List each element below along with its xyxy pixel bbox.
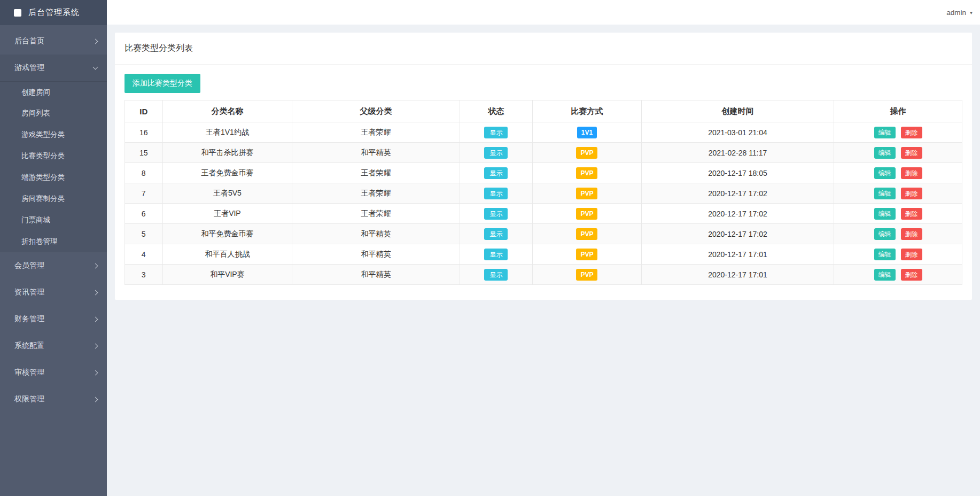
mode-badge: 1V1 [577, 127, 597, 138]
cell-parent: 和平精英 [292, 143, 460, 163]
edit-button[interactable]: 编辑 [874, 269, 896, 281]
sidebar-item[interactable]: 创建房间 [0, 81, 107, 103]
status-badge[interactable]: 显示 [484, 208, 508, 220]
status-badge[interactable]: 显示 [484, 147, 508, 159]
cell-created: 2020-12-17 17:02 [641, 204, 834, 224]
mode-badge: PVP [576, 249, 597, 260]
edit-button[interactable]: 编辑 [874, 188, 896, 199]
sidebar-item[interactable]: 系统配置 [0, 332, 107, 359]
sidebar-menu: 后台首页 游戏管理 创建房间 房间列表 游戏类型分类 比赛类型分类 端游类型分类… [0, 25, 107, 413]
cell-id: 3 [125, 265, 163, 285]
status-badge[interactable]: 显示 [484, 167, 508, 179]
table-row: 8 王者免费金币赛 王者荣耀 显示 PVP 2020-12-17 18:05 编… [125, 163, 962, 183]
mode-badge: PVP [576, 228, 597, 240]
cell-created: 2020-12-17 17:01 [641, 265, 834, 285]
mode-badge: PVP [576, 208, 597, 220]
cell-parent: 和平精英 [292, 265, 460, 285]
sidebar-item[interactable]: 后台首页 [0, 28, 107, 55]
sidebar-item-label: 资讯管理 [14, 288, 94, 297]
sidebar-item-label: 权限管理 [14, 394, 94, 404]
cell-parent: 王者荣耀 [292, 163, 460, 183]
cell-name: 王者5V5 [162, 183, 292, 204]
status-badge[interactable]: 显示 [484, 127, 508, 138]
cell-parent: 王者荣耀 [292, 183, 460, 204]
sidebar-item[interactable]: 会员管理 [0, 252, 107, 279]
caret-down-icon: ▾ [970, 10, 973, 15]
cell-parent: 王者荣耀 [292, 122, 460, 143]
delete-button[interactable]: 删除 [901, 188, 922, 199]
column-header: ID [125, 100, 163, 122]
delete-button[interactable]: 删除 [901, 249, 922, 260]
edit-button[interactable]: 编辑 [874, 249, 896, 260]
sidebar-item-label: 后台首页 [14, 36, 94, 46]
sidebar-item-label: 审核管理 [14, 368, 94, 377]
column-header: 比赛方式 [533, 100, 642, 122]
delete-button[interactable]: 删除 [901, 127, 922, 138]
chevron-down-icon [93, 65, 98, 70]
edit-button[interactable]: 编辑 [874, 167, 896, 179]
sidebar-item-label: 房间列表 [21, 108, 97, 118]
chevron-right-icon [93, 38, 98, 44]
cell-id: 5 [125, 224, 163, 244]
delete-button[interactable]: 删除 [901, 228, 922, 240]
edit-button[interactable]: 编辑 [874, 127, 896, 138]
cell-id: 16 [125, 122, 163, 143]
sidebar-item[interactable]: 端游类型分类 [0, 167, 107, 188]
edit-button[interactable]: 编辑 [874, 208, 896, 220]
sidebar: 后台管理系统 后台首页 游戏管理 创建房间 房间列表 游戏类型分类 比赛类型分类… [0, 0, 107, 496]
status-badge[interactable]: 显示 [484, 188, 508, 199]
delete-button[interactable]: 删除 [901, 269, 922, 281]
table-row: 4 和平百人挑战 和平精英 显示 PVP 2020-12-17 17:01 编辑… [125, 244, 962, 265]
sidebar-item[interactable]: 折扣卷管理 [0, 231, 107, 252]
delete-button[interactable]: 删除 [901, 167, 922, 179]
sidebar-item[interactable]: 门票商城 [0, 210, 107, 231]
add-category-button[interactable]: 添加比赛类型分类 [125, 74, 200, 93]
table-row: 15 和平击杀比拼赛 和平精英 显示 PVP 2021-02-28 11:17 … [125, 143, 962, 163]
cell-parent: 和平精英 [292, 224, 460, 244]
status-badge[interactable]: 显示 [484, 228, 508, 240]
sidebar-item-label: 折扣卷管理 [21, 237, 97, 246]
sidebar-item[interactable]: 资讯管理 [0, 279, 107, 306]
cell-parent: 王者荣耀 [292, 204, 460, 224]
sidebar-item[interactable]: 游戏管理 [0, 55, 107, 81]
category-table: ID分类名称父级分类状态比赛方式创建时间操作 16 王者1V1约战 王者荣耀 显… [125, 100, 962, 285]
sidebar-item[interactable]: 比赛类型分类 [0, 145, 107, 167]
sidebar-item-label: 财务管理 [14, 314, 94, 324]
edit-button[interactable]: 编辑 [874, 147, 896, 159]
sidebar-item-label: 端游类型分类 [21, 173, 97, 182]
chevron-right-icon [93, 316, 98, 322]
cell-id: 6 [125, 204, 163, 224]
chevron-right-icon [93, 397, 98, 402]
column-header: 操作 [834, 100, 962, 122]
sidebar-item[interactable]: 审核管理 [0, 359, 107, 386]
edit-button[interactable]: 编辑 [874, 228, 896, 240]
sidebar-item[interactable]: 权限管理 [0, 386, 107, 413]
card-header: 比赛类型分类列表 [115, 33, 972, 65]
delete-button[interactable]: 删除 [901, 147, 922, 159]
cell-name: 王者1V1约战 [162, 122, 292, 143]
mode-badge: PVP [576, 188, 597, 199]
cell-name: 王者VIP [162, 204, 292, 224]
sidebar-item[interactable]: 游戏类型分类 [0, 124, 107, 145]
status-badge[interactable]: 显示 [484, 249, 508, 260]
sidebar-item[interactable]: 财务管理 [0, 306, 107, 332]
list-card: 比赛类型分类列表 添加比赛类型分类 ID分类名称父级分类状态比赛方式创建时间操作… [115, 33, 972, 300]
status-badge[interactable]: 显示 [484, 269, 508, 281]
topbar: admin ▾ [107, 0, 980, 25]
chevron-right-icon [93, 370, 98, 375]
chevron-right-icon [93, 343, 98, 348]
chevron-right-icon [93, 263, 98, 268]
delete-button[interactable]: 删除 [901, 208, 922, 220]
column-header: 状态 [460, 100, 532, 122]
column-header: 创建时间 [641, 100, 834, 122]
chevron-right-icon [93, 290, 98, 295]
sidebar-item[interactable]: 房间列表 [0, 103, 107, 124]
page-title: 比赛类型分类列表 [125, 43, 193, 52]
app-logo-bar: 后台管理系统 [0, 0, 107, 25]
cell-name: 和平免费金币赛 [162, 224, 292, 244]
user-dropdown[interactable]: admin ▾ [946, 9, 973, 17]
table-row: 7 王者5V5 王者荣耀 显示 PVP 2020-12-17 17:02 编辑 … [125, 183, 962, 204]
sidebar-item-label: 房间赛制分类 [21, 194, 97, 204]
table-row: 16 王者1V1约战 王者荣耀 显示 1V1 2021-03-01 21:04 … [125, 122, 962, 143]
sidebar-item[interactable]: 房间赛制分类 [0, 188, 107, 210]
